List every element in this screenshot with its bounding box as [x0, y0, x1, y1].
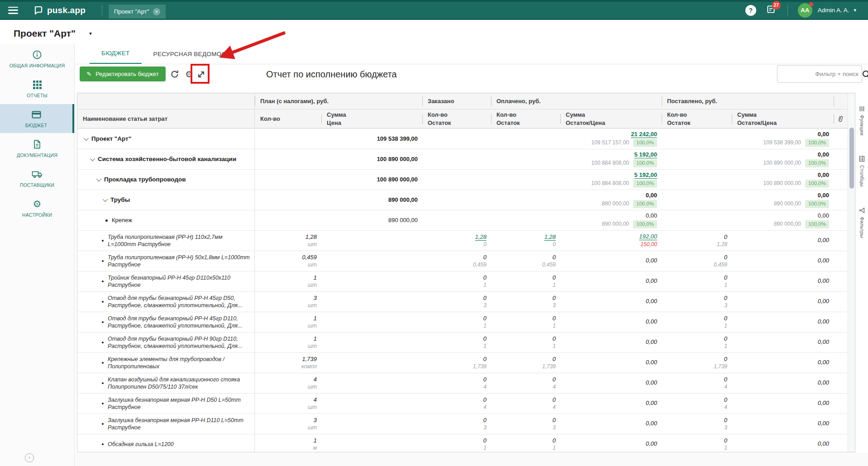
project-tab[interactable]: Проект "Арт" ✕ — [109, 5, 166, 19]
refresh-icon[interactable] — [169, 69, 180, 80]
column-header-ordered-qty: Кол-воОстаток — [422, 109, 491, 128]
sidebar-item-budget[interactable]: БЮДЖЕТ — [0, 104, 74, 133]
cell-delivered-qty: 01 — [662, 434, 732, 452]
table-row[interactable]: Обсадная гильза L=1200 1м 01 01 0,00 01 … — [77, 434, 848, 452]
cell-plan-sum — [321, 271, 422, 291]
column-header-paid-sum: СуммаОстаток/Цена — [560, 109, 662, 128]
bullet-icon — [102, 403, 104, 404]
cell-attachment — [834, 251, 848, 271]
filter-funnel-icon-tab[interactable]: Фильтры — [856, 208, 868, 238]
panel-tab-columns[interactable]: Столбцы — [856, 156, 868, 187]
table-group-header-row: План (с налогами), руб. Заказано Оплачен… — [77, 93, 855, 109]
cell-attachment — [834, 292, 848, 312]
cell-plan-sum: 100 890 000,00 — [321, 149, 422, 169]
table-row[interactable]: Труба полипропиленовая (PP-H) 50х1,8мм L… — [77, 251, 848, 271]
cell-plan-qty: 1,28шт — [255, 231, 321, 251]
group-header-plan: План (с налогами), руб. — [255, 93, 422, 109]
table-row[interactable]: Отвод для трубы безнапорный PP-H 45гр D1… — [77, 312, 848, 333]
cell-attachment — [834, 312, 848, 332]
cell-paid-sum: 0,00 — [560, 434, 662, 452]
sidebar-item-documentation[interactable]: ДОКУМЕНТАЦИЯ — [0, 134, 74, 163]
table-row[interactable]: Труба полипропиленовая (PP-H) 110х2,7ммL… — [77, 231, 848, 251]
cell-attachment — [834, 170, 848, 190]
chevron-down-icon[interactable]: ▾ — [854, 7, 856, 13]
cell-delivered-sum: 0,00 — [732, 271, 834, 291]
search-input[interactable] — [777, 70, 862, 78]
chevron-down-icon[interactable] — [103, 197, 108, 202]
content-background — [75, 453, 868, 466]
cell-ordered-qty — [422, 170, 491, 190]
expand-icon[interactable] — [196, 69, 206, 80]
cell-paid-qty: 04 — [491, 373, 560, 393]
hamburger-icon[interactable] — [8, 7, 18, 14]
cell-paid-qty: 00,459 — [491, 251, 560, 271]
cell-delivered-qty — [662, 190, 732, 210]
table-row[interactable]: Трубы 890 000,00 0,00890 000,00100,0% 0,… — [77, 190, 848, 210]
chevron-down-icon[interactable] — [96, 176, 101, 181]
group-header-ordered: Заказано — [422, 93, 491, 109]
cell-paid-qty — [491, 210, 560, 230]
table-row[interactable]: Отвод для трубы безнапорный PP-H 45гр D5… — [77, 292, 848, 312]
cell-plan-qty — [255, 170, 321, 190]
sidebar-item-reports[interactable]: ОТЧЁТЫ — [0, 74, 74, 103]
cell-delivered-sum: 0,00109 538 399,00100,0% — [732, 129, 834, 149]
cell-paid-sum: 0,00 — [560, 271, 662, 291]
avatar[interactable]: AA — [798, 3, 812, 18]
table-row[interactable]: Клапан воздушный для канализационного ст… — [77, 373, 848, 394]
cell-attachment — [834, 190, 848, 210]
gear-icon[interactable]: ⚙ — [184, 69, 195, 80]
scrollbar-thumb[interactable] — [849, 128, 854, 189]
cell-ordered-qty — [422, 210, 491, 230]
column-header-delivered-sum: СуммаОстаток/Цена — [732, 109, 834, 128]
cell-paid-sum: 192,00150,00 — [560, 231, 662, 251]
bullet-icon — [102, 362, 104, 364]
chevron-down-icon[interactable] — [84, 136, 89, 141]
project-switcher-caret-icon[interactable]: ▾ — [89, 30, 92, 37]
table-row[interactable]: Тройник безнапорный PP-H 45гр D110х50х11… — [77, 271, 848, 292]
cell-paid-qty: 1,280 — [491, 231, 560, 251]
table-row[interactable]: Крепеж 890 000,00 0,00890 000,00100,0% 0… — [77, 210, 848, 231]
table-row[interactable]: Заглушка безнапорная мерная PP-H D110 L=… — [77, 414, 848, 434]
user-name[interactable]: Admin A. A. — [818, 7, 849, 14]
budget-table: План (с налогами), руб. Заказано Оплачен… — [77, 93, 855, 452]
cell-paid-sum: 0,00 — [560, 312, 662, 332]
cell-paid-sum: 0,00 — [560, 373, 662, 393]
table-row[interactable]: Проект "Арт" 109 538 399,00 21 242,00109… — [77, 129, 848, 149]
sidebar-item-general-info[interactable]: ОБЩАЯ ИНФОРМАЦИЯ — [0, 44, 74, 73]
tab-resource-sheet[interactable]: РЕСУРСНАЯ ВЕДОМОСТЬ — [142, 43, 246, 64]
cell-paid-sum: 21 242,00109 517 157,00100,0% — [560, 129, 662, 149]
collapse-sidebar-icon[interactable]: ‹ — [25, 453, 34, 462]
table-row[interactable]: Прокладка трубопроводов 100 890 000,00 5… — [77, 170, 848, 190]
cell-ordered-qty: 01 — [422, 271, 491, 291]
edit-budget-button[interactable]: ✎ Редактировать бюджет — [80, 67, 166, 81]
cell-paid-qty: 04 — [491, 394, 560, 414]
cell-plan-sum — [321, 292, 422, 312]
chevron-down-icon[interactable] — [90, 156, 95, 161]
help-icon[interactable]: ? — [745, 5, 756, 16]
cell-attachment — [834, 353, 848, 373]
messages-button[interactable]: 27 — [766, 5, 776, 16]
cell-attachment — [834, 373, 848, 393]
cell-delivered-sum: 0,00 — [732, 353, 834, 373]
cell-delivered-sum: 0,00 — [732, 333, 834, 352]
cell-ordered-qty — [422, 149, 491, 169]
filter-funnel-icon — [859, 208, 865, 214]
cell-plan-qty: 0,459шт — [255, 251, 321, 271]
cell-delivered-sum: 0,00 — [732, 231, 834, 251]
panel-tab-functions[interactable]: Функции — [856, 106, 868, 135]
cell-delivered-qty: 00,459 — [662, 251, 732, 271]
cell-paid-qty: 01 — [491, 312, 560, 332]
table-row[interactable]: Отвод для трубы безнапорный PP-H 90гр D1… — [77, 333, 848, 353]
close-icon[interactable]: ✕ — [153, 8, 160, 15]
cell-paid-sum: 0,00 — [560, 394, 662, 414]
bullet-icon — [102, 301, 104, 303]
sidebar-item-settings[interactable]: ⚙ НАСТРОЙКИ — [0, 194, 74, 223]
table-row[interactable]: Заглушка безнапорная мерная PP-H D50 L=5… — [77, 394, 848, 414]
table-row[interactable]: Крепежные элементы для трубопроводов /По… — [77, 353, 848, 373]
percent-badge: 100,0% — [633, 139, 657, 147]
cell-delivered-qty: 01,739 — [662, 353, 732, 373]
table-row[interactable]: Система хозяйственно-бытовой канализации… — [77, 149, 848, 170]
sidebar-item-suppliers[interactable]: ПОСТАВЩИКИ — [0, 164, 74, 193]
tab-budget[interactable]: БЮДЖЕТ — [90, 43, 142, 64]
cell-delivered-sum: 0,00100 890 000,00100,0% — [732, 170, 834, 190]
